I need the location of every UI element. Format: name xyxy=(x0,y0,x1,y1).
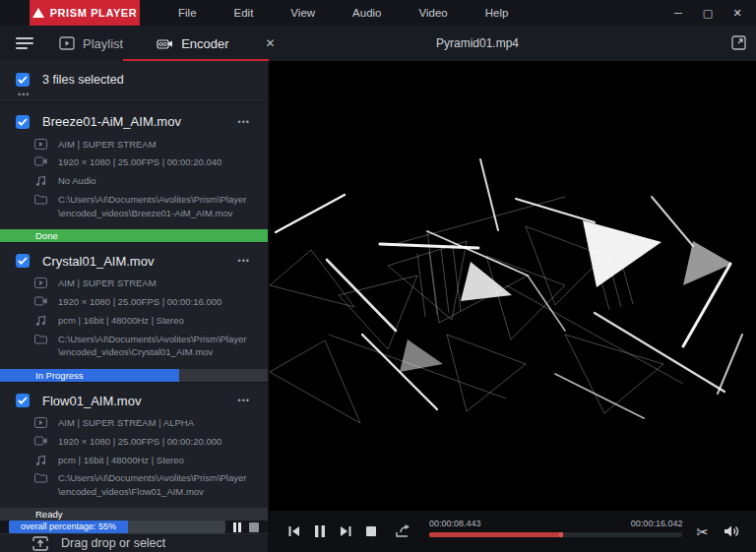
file-status-label: Ready xyxy=(35,508,62,521)
file-progress-bar: Done xyxy=(0,229,268,242)
file-path: C:\Users\AI\Documents\Avolites\Prism\Pla… xyxy=(58,333,254,360)
overall-progress-bar: overall percentage: 55% xyxy=(9,521,225,533)
stream-icon xyxy=(34,417,47,428)
seek-progress-fill xyxy=(429,532,563,537)
dropzone[interactable]: Drag drop or select xyxy=(0,533,268,552)
video-info-icon xyxy=(34,296,47,306)
menu-help[interactable]: Help xyxy=(467,0,528,26)
video-panel[interactable]: 00:00:08.443 00:00:16.042 ✂ xyxy=(270,61,756,552)
menu-view[interactable]: View xyxy=(272,0,334,26)
file-checkbox[interactable] xyxy=(16,115,30,129)
video-info-icon xyxy=(34,436,47,446)
prism-player-window: PRISM PLAYER File Edit View Audio Video … xyxy=(0,0,756,552)
tab-playlist-label: Playlist xyxy=(83,36,123,51)
total-time: 00:00:16.042 xyxy=(631,519,683,528)
prism-triangle-icon xyxy=(32,8,44,18)
playhead[interactable] xyxy=(559,532,563,537)
file-name: Crystal01_AIM.mov xyxy=(42,254,223,269)
maximize-button[interactable]: ▢ xyxy=(697,2,719,24)
skip-end-button[interactable] xyxy=(335,521,356,542)
file-progress-bar: In Progress xyxy=(0,369,268,382)
folder-icon xyxy=(34,194,47,205)
file-stream-info: AIM | SUPER STREAM | ALPHA xyxy=(58,416,194,430)
folder-icon xyxy=(34,472,47,483)
file-progress-fill xyxy=(0,369,179,382)
audio-info-icon xyxy=(34,455,47,466)
encoder-icon xyxy=(157,36,173,51)
file-path: C:\Users\AI\Documents\Avolites\Prism\Pla… xyxy=(58,193,254,220)
upload-icon xyxy=(32,536,48,551)
encoder-tab-close-button[interactable]: ✕ xyxy=(261,36,281,50)
tab-encoder-label: Encoder xyxy=(181,36,228,51)
file-video-info: 1920 × 1080 | 25.00FPS | 00:00:16.000 xyxy=(58,295,221,309)
hamburger-menu-icon[interactable] xyxy=(16,37,33,49)
encoder-panel: 3 files selected ••• Breeze01-AiM_AIM.mo… xyxy=(0,61,269,552)
overall-progress-row: overall percentage: 55% xyxy=(0,521,268,533)
file-checkbox[interactable] xyxy=(16,394,30,407)
overall-progress-label: overall percentage: 55% xyxy=(9,521,128,533)
file-status-label: Done xyxy=(35,229,58,242)
selection-summary: 3 files selected xyxy=(42,73,124,87)
folder-icon xyxy=(34,334,47,344)
file-audio-info: pcm | 16bit | 48000Hz | Stereo xyxy=(58,314,184,328)
file-name: Flow01_AIM.mov xyxy=(42,394,223,408)
audio-info-icon xyxy=(34,315,47,327)
app-logo: PRISM PLAYER xyxy=(30,0,140,26)
playlist-icon xyxy=(59,36,75,50)
menu-audio[interactable]: Audio xyxy=(334,0,400,26)
file-name: Breeze01-AiM_AIM.mov xyxy=(42,114,223,129)
stream-icon xyxy=(34,139,47,150)
pause-button[interactable] xyxy=(309,521,331,542)
close-button[interactable]: ✕ xyxy=(726,2,748,24)
volume-button[interactable] xyxy=(721,521,742,542)
file-menu-button[interactable]: ••• xyxy=(236,394,252,407)
file-path: C:\Users\AI\Documents\Avolites\Prism\Pla… xyxy=(58,471,254,499)
video-info-icon xyxy=(34,156,47,166)
stream-icon xyxy=(34,277,47,288)
export-button[interactable] xyxy=(392,521,413,542)
file-audio-info: No Audio xyxy=(58,174,96,188)
app-brand: PRISM PLAYER xyxy=(50,7,138,19)
audio-info-icon xyxy=(34,175,47,187)
menu-items: File Edit View Audio Video Help xyxy=(159,0,527,26)
minimize-button[interactable]: ─ xyxy=(667,2,689,24)
file-stream-info: AIM | SUPER STREAM xyxy=(58,138,157,152)
tab-bar: Playlist Encoder ✕ Pyramid01.mp4 xyxy=(0,26,756,61)
popout-button[interactable] xyxy=(730,34,747,51)
current-time: 00:00:08.443 xyxy=(429,519,481,528)
seek-track[interactable] xyxy=(429,532,682,537)
encoder-file-item: Crystal01_AIM.mov ••• AIM | SUPER STREAM… xyxy=(0,242,268,382)
select-all-checkbox[interactable] xyxy=(16,73,30,87)
current-video-title: Pyramid01.mp4 xyxy=(399,36,556,50)
menu-edit[interactable]: Edit xyxy=(216,0,273,26)
file-audio-info: pcm | 16bit | 48000Hz | Stereo xyxy=(58,454,184,467)
skip-start-button[interactable] xyxy=(284,521,305,542)
file-menu-button[interactable]: ••• xyxy=(236,254,252,268)
file-status-label: In Progress xyxy=(35,369,84,382)
selection-header: 3 files selected ••• xyxy=(0,61,268,102)
tab-encoder[interactable]: Encoder xyxy=(153,26,232,61)
encoder-file-item: Flow01_AIM.mov ••• AIM | SUPER STREAM | … xyxy=(0,382,268,521)
file-checkbox[interactable] xyxy=(16,254,30,268)
stop-button[interactable] xyxy=(360,521,382,542)
file-video-info: 1920 × 1080 | 25.00FPS | 00:00:20.040 xyxy=(58,155,221,169)
pause-encoding-button[interactable] xyxy=(233,522,241,532)
menu-file[interactable]: File xyxy=(159,0,216,26)
menu-bar: PRISM PLAYER File Edit View Audio Video … xyxy=(0,0,756,26)
window-controls: ─ ▢ ✕ xyxy=(667,2,748,24)
encoder-file-item: Breeze01-AiM_AIM.mov ••• AIM | SUPER STR… xyxy=(0,102,268,242)
selection-options-button[interactable]: ••• xyxy=(18,91,252,98)
dropzone-label: Drag drop or select xyxy=(61,536,165,550)
tab-playlist[interactable]: Playlist xyxy=(55,26,127,61)
transport-bar: 00:00:08.443 00:00:16.042 ✂ xyxy=(270,511,756,552)
stop-encoding-button[interactable] xyxy=(249,522,259,532)
file-progress-bar: Ready xyxy=(0,508,268,521)
video-preview xyxy=(270,138,756,423)
popout-icon xyxy=(730,34,747,51)
menu-video[interactable]: Video xyxy=(401,0,467,26)
seek-bar[interactable]: 00:00:08.443 00:00:16.042 xyxy=(429,519,682,544)
file-menu-button[interactable]: ••• xyxy=(236,115,252,129)
trim-button[interactable]: ✂ xyxy=(696,524,709,539)
file-stream-info: AIM | SUPER STREAM xyxy=(58,276,157,290)
file-video-info: 1920 × 1080 | 25.00FPS | 00:00:20.000 xyxy=(58,435,221,449)
